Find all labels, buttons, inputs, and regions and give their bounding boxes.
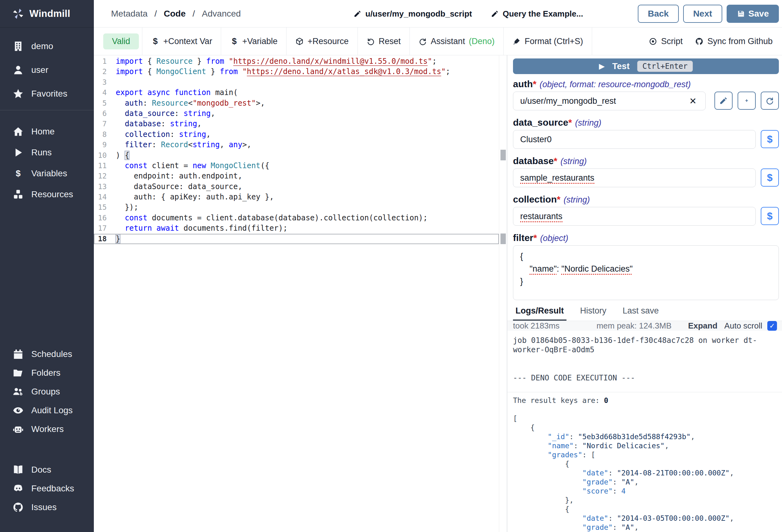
sidebar-item-issues[interactable]: Issues (0, 499, 94, 516)
code-line[interactable]: 14 auth: { apiKey: auth.api_key }, (94, 192, 507, 202)
required-asterisk: * (554, 156, 558, 166)
data_source-input[interactable]: Cluster0 (513, 130, 756, 149)
line-number: 11 (94, 161, 109, 171)
log-line: job 01864b05-8033-b136-1def-f30c48ac7c28… (513, 336, 776, 354)
code-line[interactable]: 2import { MongoClient } from "https://de… (94, 67, 507, 77)
code-line[interactable]: 12 endpoint: auth.endpoint, (94, 171, 507, 181)
insert-variable-button[interactable]: $ (761, 168, 779, 187)
result-json-line: "name": "Nordic Delicacies", (513, 441, 776, 450)
result-json-line: }, (513, 496, 776, 505)
toolbar-button-script[interactable]: Script (649, 32, 682, 51)
toolbar-button-resource[interactable]: +Resource (287, 32, 357, 51)
code-editor[interactable]: 1import { Resource } from "https://deno.… (94, 55, 507, 532)
breadcrumb-metadata[interactable]: Metadata (111, 9, 148, 19)
sidebar-item-label: Feedbacks (31, 484, 74, 494)
groups-icon (12, 386, 24, 397)
sidebar-item-favorites[interactable]: Favorites (0, 85, 94, 103)
sidebar-item-runs[interactable]: Runs (0, 144, 94, 161)
add-resource-button[interactable]: + (738, 91, 756, 110)
sidebar-item-label: demo (31, 41, 53, 51)
edit-resource-button[interactable] (714, 91, 733, 110)
lint-status-badge: Valid (103, 33, 139, 49)
code-line[interactable]: 18} (94, 234, 499, 244)
sidebar-item-demo[interactable]: demo (0, 38, 94, 55)
sidebar-item-docs[interactable]: Docs (0, 461, 94, 479)
breadcrumb: Metadata / Code / Advanced (111, 0, 241, 28)
code-line[interactable]: 5 auth: Resource<"mongodb_rest">, (94, 98, 507, 109)
sidebar-item-home[interactable]: Home (0, 123, 94, 140)
code-line[interactable]: 7 database: string, (94, 119, 507, 129)
result-keys-line: The result keys are: 0 (513, 396, 776, 405)
sidebar-item-label: Variables (31, 168, 67, 179)
refresh-resource-button[interactable] (761, 91, 779, 110)
code-line[interactable]: 13 dataSource: data_source, (94, 182, 507, 192)
code-line[interactable]: 6 data_source: string, (94, 109, 507, 119)
code-line-content: collection: string, (109, 129, 211, 140)
line-number: 15 (94, 202, 109, 213)
expand-button[interactable]: Expand (688, 321, 718, 331)
log-line (513, 364, 776, 373)
code-line[interactable]: 1import { Resource } from "https://deno.… (94, 56, 507, 67)
code-line-content: import { Resource } from "https://deno.l… (109, 56, 437, 67)
script-summary[interactable]: Query the Example... (491, 9, 583, 19)
code-line[interactable]: 9 filter: Record<string, any>, (94, 140, 507, 150)
field-database: database*(string)sample_restaurants$ (513, 155, 779, 187)
workspace-logo[interactable]: Windmill (0, 0, 94, 28)
result-output[interactable]: The result keys are: 0 [ { "_id": "5eb3d… (507, 392, 782, 532)
code-line[interactable]: 17 return await documents.find(filter); (94, 223, 507, 233)
code-line[interactable]: 8 collection: string, (94, 129, 507, 140)
script-path[interactable]: u/user/my_mongodb_script (353, 9, 472, 19)
test-button[interactable]: ▶ Test Ctrl+Enter (513, 59, 779, 74)
sidebar-item-groups[interactable]: Groups (0, 383, 94, 401)
user-icon (12, 64, 24, 76)
sidebar-item-resources[interactable]: Resources (0, 186, 94, 203)
clear-resource-button[interactable]: ✕ (687, 96, 699, 106)
tab-history[interactable]: History (578, 306, 609, 321)
code-line[interactable]: 16 const documents = client.database(dat… (94, 213, 507, 223)
filter-json-input[interactable]: { "name": "Nordic Delicacies"} (513, 245, 779, 300)
field-collection: collection*(string)restaurants$ (513, 194, 779, 226)
tab-last-save[interactable]: Last save (620, 306, 662, 321)
toolbar-button-assistant[interactable]: Assistant(Deno) (410, 32, 503, 51)
code-line[interactable]: 3 (94, 77, 507, 87)
breadcrumb-code[interactable]: Code (164, 9, 186, 19)
sidebar-item-folders[interactable]: Folders (0, 364, 94, 382)
line-number: 6 (94, 109, 109, 119)
sidebar-item-workers[interactable]: Workers (0, 420, 94, 438)
toolbar-button-variable[interactable]: $+Variable (221, 32, 286, 51)
result-json-line: "grade": "A", (513, 523, 776, 532)
autoscroll-checkbox[interactable]: ✓ (767, 321, 777, 331)
breadcrumb-advanced[interactable]: Advanced (202, 9, 241, 19)
code-line[interactable]: 11 const client = new MongoClient({ (94, 161, 507, 171)
auth-input[interactable]: u/user/my_mongodb_rest✕ (513, 91, 706, 110)
save-button[interactable]: Save (726, 5, 779, 23)
code-line[interactable]: 10) { (94, 150, 507, 161)
windmill-app: Windmill demouserFavoritesHomeRuns$Varia… (0, 0, 782, 532)
insert-variable-button[interactable]: $ (761, 207, 779, 225)
toolbar-button-format-ctrl-s[interactable]: Format (Ctrl+S) (504, 32, 592, 51)
toolbar-button-context-var[interactable]: $+Context Var (142, 32, 221, 51)
next-button[interactable]: Next (683, 5, 722, 23)
sidebar-item-label: user (31, 65, 48, 75)
sidebar-item-feedbacks[interactable]: Feedbacks (0, 480, 94, 497)
sidebar-item-schedules[interactable]: Schedules (0, 345, 94, 363)
code-line[interactable]: 15 }); (94, 202, 507, 213)
required-asterisk: * (533, 233, 537, 243)
toolbar-button-reset[interactable]: Reset (358, 32, 410, 51)
sidebar-item-variables[interactable]: $Variables (0, 165, 94, 182)
editor-overview-ruler[interactable] (499, 55, 507, 532)
tab-logs-result[interactable]: Logs/Result (513, 306, 567, 321)
line-number: 17 (94, 223, 109, 233)
result-json-line: "date": "2014-03-05T00:00:00.000Z", (513, 514, 776, 523)
run-duration: took 2183ms (513, 321, 560, 331)
sidebar-item-user[interactable]: user (0, 61, 94, 79)
toolbar-button-sync-from-github[interactable]: Sync from Github (695, 32, 773, 51)
log-output[interactable]: job 01864b05-8033-b136-1def-f30c48ac7c28… (507, 331, 782, 392)
database-input[interactable]: sample_restaurants (513, 168, 756, 187)
collection-input[interactable]: restaurants (513, 207, 756, 226)
sidebar-group: SchedulesFoldersGroupsAudit LogsWorkers (0, 345, 94, 438)
back-button[interactable]: Back (638, 5, 679, 23)
code-line[interactable]: 4export async function main( (94, 87, 507, 98)
insert-variable-button[interactable]: $ (761, 130, 779, 148)
sidebar-item-audit-logs[interactable]: Audit Logs (0, 402, 94, 419)
